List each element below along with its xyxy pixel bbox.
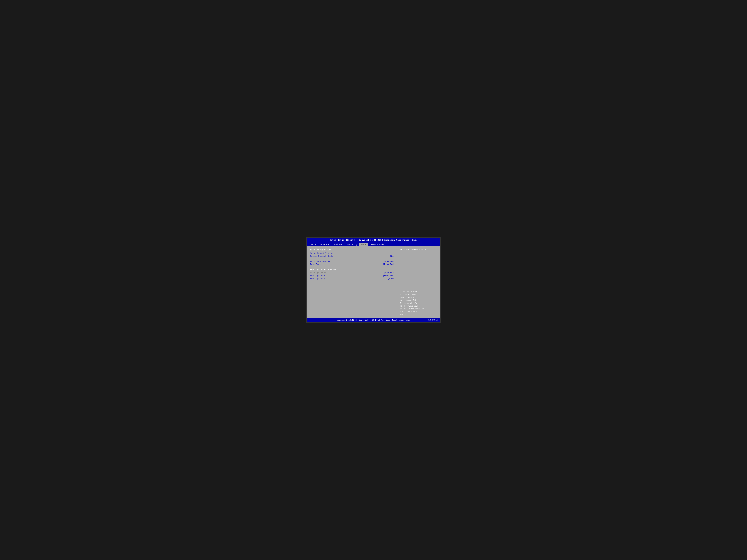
bios-wrapper: Aptio Setup Utility – Copyright (C) 2013… [307,238,440,322]
main-content: Boot Configuration Setup Prompt Timeout1… [307,246,440,318]
key-help-item: Enter: Select [400,296,438,299]
key-help-items: ↔: Select Screen↑↓: Select ItemEnter: Se… [400,290,438,316]
key-help-item: F1: General Help [400,302,438,305]
watermark: 头条 @晓飞影 [428,319,438,321]
table-row: Bootup NumLock State[On] [310,255,395,257]
table-row: Boot Option #3[HDD0] [310,277,395,280]
setting-value: [BOOT NDC] [383,275,395,277]
table-row: Setup Prompt Timeout1 [310,252,395,255]
divider [400,289,438,289]
footer-bar: Version 2.16.1242. Copyright (C) 2013 Am… [307,318,440,322]
nav-bar: MainAdvancedChipsetSecurityBootSave & Ex… [307,242,440,246]
setting-label: Boot Option #3 [310,277,327,280]
nav-item-main[interactable]: Main [309,243,318,246]
help-text: Sets the system boot or [400,248,438,251]
nav-item-advanced[interactable]: Advanced [318,243,332,246]
key-help-item: ↑↓: Select Item [400,293,438,296]
title-bar: Aptio Setup Utility – Copyright (C) 2013… [307,238,440,242]
table-row: Boot Option #1[SanDisk] [310,272,395,274]
footer-text: Version 2.16.1242. Copyright (C) 2013 Am… [337,319,410,321]
section2-rows: Full Logo Display[Enabled]Fast Boot[Disa… [310,260,395,265]
key-help-item: ↔: Select Screen [400,290,438,293]
setting-label: Fast Boot [310,263,320,265]
setting-value: [Enabled] [384,260,395,263]
section-boot-priorities: Boot Option Priorities [310,268,395,271]
bios-screen: Aptio Setup Utility – Copyright (C) 2013… [306,237,441,323]
key-help-item: ESC: Exit [400,313,438,316]
right-panel: Sets the system boot or ↔: Select Screen… [398,246,440,318]
key-help-item: F10: Save & Exit [400,311,438,313]
setting-value: [SanDisk] [384,272,395,274]
section-boot-config: Boot Configuration [310,249,395,251]
setting-value: [Disabled] [383,263,395,265]
setting-label: Boot Option #2 [310,275,327,277]
setting-label: Full Logo Display [310,260,330,263]
key-help-item: +/–: Change Opt. [400,299,438,302]
setting-value: [HDD0] [388,277,395,280]
left-panel: Boot Configuration Setup Prompt Timeout1… [307,246,398,318]
setting-value: [On] [390,255,395,257]
table-row: Full Logo Display[Enabled] [310,260,395,263]
key-help: ↔: Select Screen↑↓: Select ItemEnter: Se… [400,287,438,316]
section3-rows: Boot Option #1[SanDisk]Boot Option #2[BO… [310,272,395,280]
title-text: Aptio Setup Utility – Copyright (C) 2013… [330,239,417,241]
spacer2 [310,266,395,268]
spacer1 [310,258,395,260]
nav-item-boot[interactable]: Boot [359,243,368,246]
section1-rows: Setup Prompt Timeout1Bootup NumLock Stat… [310,252,395,257]
nav-item-save---exit[interactable]: Save & Exit [368,243,386,246]
setting-label: Setup Prompt Timeout [310,252,333,255]
key-help-item: F9: Optimized Defaults [400,308,438,311]
setting-value: 1 [393,252,395,255]
nav-item-security[interactable]: Security [345,243,359,246]
table-row: Boot Option #2[BOOT NDC] [310,275,395,277]
setting-label: Boot Option #1 [310,272,327,274]
key-help-item: F5: Previous Values [400,305,438,308]
setting-label: Bootup NumLock State [310,255,333,257]
nav-item-chipset[interactable]: Chipset [332,243,345,246]
table-row: Fast Boot[Disabled] [310,263,395,265]
